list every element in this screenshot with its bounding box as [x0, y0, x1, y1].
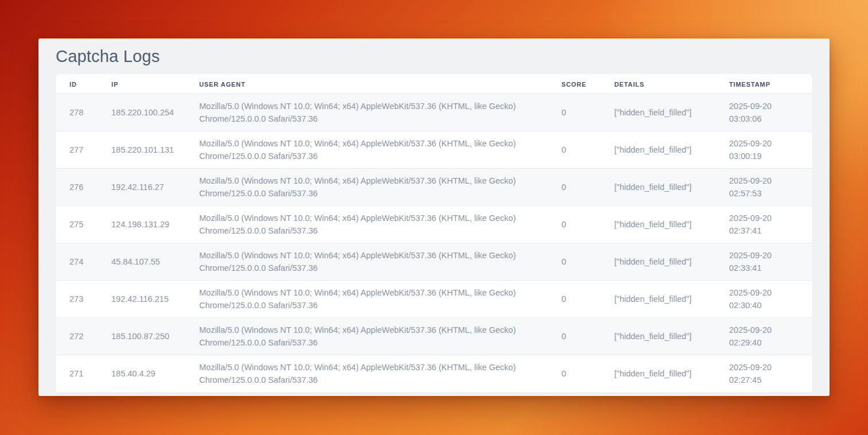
- table-row: 274 45.84.107.55 Mozilla/5.0 (Windows NT…: [56, 243, 812, 281]
- column-header-score: SCORE: [548, 74, 600, 94]
- cell-details: ["hidden_field_filled"]: [600, 94, 715, 131]
- column-header-id: ID: [56, 74, 98, 94]
- logs-table-container: ID IP USER AGENT SCORE DETAILS TIMESTAMP…: [56, 74, 812, 393]
- cell-score: 0: [548, 206, 600, 243]
- cell-ip: 192.42.116.215: [98, 281, 185, 318]
- cell-user-agent: Mozilla/5.0 (Windows NT 10.0; Win64; x64…: [185, 94, 548, 131]
- cell-timestamp: 2025-09-20 02:27:45: [715, 355, 812, 393]
- cell-ip: 124.198.131.29: [98, 206, 185, 243]
- cell-ip: 185.100.87.250: [98, 318, 185, 355]
- cell-score: 0: [548, 131, 600, 169]
- cell-user-agent: Mozilla/5.0 (Windows NT 10.0; Win64; x64…: [185, 131, 548, 169]
- table-header: ID IP USER AGENT SCORE DETAILS TIMESTAMP: [56, 74, 812, 94]
- cell-user-agent: Mozilla/5.0 (Windows NT 10.0; Win64; x64…: [185, 206, 548, 243]
- cell-details: ["hidden_field_filled"]: [600, 281, 715, 318]
- cell-user-agent: Mozilla/5.0 (Windows NT 10.0; Win64; x64…: [185, 243, 548, 281]
- cell-id: 273: [56, 281, 98, 318]
- cell-timestamp: 2025-09-20 02:37:41: [715, 206, 812, 243]
- cell-id: 271: [56, 355, 98, 393]
- cell-timestamp: 2025-09-20 02:57:53: [715, 169, 812, 206]
- cell-user-agent: Mozilla/5.0 (Windows NT 10.0; Win64; x64…: [185, 169, 548, 206]
- cell-ip: 185.40.4.29: [98, 355, 185, 393]
- column-header-timestamp: TIMESTAMP: [715, 74, 812, 94]
- cell-ip: 185.220.101.131: [98, 131, 185, 169]
- cell-id: 277: [56, 131, 98, 169]
- logs-table: ID IP USER AGENT SCORE DETAILS TIMESTAMP…: [56, 74, 812, 393]
- table-row: 276 192.42.116.27 Mozilla/5.0 (Windows N…: [56, 169, 812, 206]
- table-row: 271 185.40.4.29 Mozilla/5.0 (Windows NT …: [56, 355, 812, 393]
- cell-details: ["hidden_field_filled"]: [600, 243, 715, 281]
- table-body: 278 185.220.100.254 Mozilla/5.0 (Windows…: [56, 94, 812, 393]
- table-row: 277 185.220.101.131 Mozilla/5.0 (Windows…: [56, 131, 812, 169]
- page-title: Captcha Logs: [56, 46, 812, 66]
- cell-timestamp: 2025-09-20 03:00:19: [715, 131, 812, 169]
- cell-timestamp: 2025-09-20 02:29:40: [715, 318, 812, 355]
- column-header-details: DETAILS: [600, 74, 715, 94]
- cell-details: ["hidden_field_filled"]: [600, 206, 715, 243]
- cell-user-agent: Mozilla/5.0 (Windows NT 10.0; Win64; x64…: [185, 355, 548, 393]
- table-row: 273 192.42.116.215 Mozilla/5.0 (Windows …: [56, 281, 812, 318]
- app-background: { "page": { "title": "Captcha Logs" }, "…: [0, 0, 868, 435]
- cell-timestamp: 2025-09-20 02:30:40: [715, 281, 812, 318]
- cell-details: ["hidden_field_filled"]: [600, 131, 715, 169]
- cell-score: 0: [548, 243, 600, 281]
- cell-details: ["hidden_field_filled"]: [600, 355, 715, 393]
- cell-score: 0: [548, 318, 600, 355]
- cell-id: 274: [56, 243, 98, 281]
- cell-score: 0: [548, 169, 600, 206]
- cell-details: ["hidden_field_filled"]: [600, 169, 715, 206]
- cell-user-agent: Mozilla/5.0 (Windows NT 10.0; Win64; x64…: [185, 281, 548, 318]
- cell-details: ["hidden_field_filled"]: [600, 318, 715, 355]
- table-row: 275 124.198.131.29 Mozilla/5.0 (Windows …: [56, 206, 812, 243]
- captcha-logs-card: Captcha Logs ID IP USER AGENT SCORE DETA…: [38, 38, 830, 396]
- table-row: 278 185.220.100.254 Mozilla/5.0 (Windows…: [56, 94, 812, 131]
- cell-id: 278: [56, 94, 98, 131]
- cell-score: 0: [548, 281, 600, 318]
- cell-timestamp: 2025-09-20 03:03:06: [715, 94, 812, 131]
- cell-timestamp: 2025-09-20 02:33:41: [715, 243, 812, 281]
- cell-id: 272: [56, 318, 98, 355]
- cell-user-agent: Mozilla/5.0 (Windows NT 10.0; Win64; x64…: [185, 318, 548, 355]
- cell-score: 0: [548, 94, 600, 131]
- cell-id: 275: [56, 206, 98, 243]
- cell-id: 276: [56, 169, 98, 206]
- cell-ip: 192.42.116.27: [98, 169, 185, 206]
- column-header-user-agent: USER AGENT: [185, 74, 548, 94]
- cell-ip: 185.220.100.254: [98, 94, 185, 131]
- cell-ip: 45.84.107.55: [98, 243, 185, 281]
- column-header-ip: IP: [98, 74, 185, 94]
- cell-score: 0: [548, 355, 600, 393]
- table-row: 272 185.100.87.250 Mozilla/5.0 (Windows …: [56, 318, 812, 355]
